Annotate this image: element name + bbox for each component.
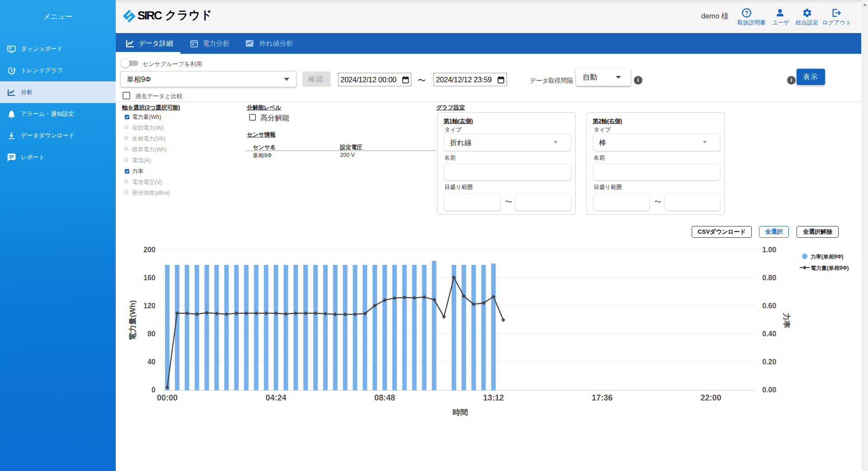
svg-text:電力量(単相9Φ): 電力量(単相9Φ) (811, 265, 849, 271)
svg-text:00:00: 00:00 (157, 393, 178, 402)
svg-text:08:48: 08:48 (374, 393, 395, 402)
svg-text:力率(単相9Φ): 力率(単相9Φ) (810, 254, 844, 260)
svg-text:160: 160 (143, 274, 156, 282)
svg-text:13:12: 13:12 (483, 393, 504, 402)
svg-text:0: 0 (151, 386, 156, 394)
svg-text:120: 120 (143, 302, 156, 310)
svg-text:?: ? (745, 9, 749, 16)
svg-text:力率: 力率 (782, 312, 791, 328)
svg-text:電力量(Wh): 電力量(Wh) (128, 300, 137, 340)
svg-text:80: 80 (147, 330, 156, 338)
svg-text:0.60: 0.60 (762, 302, 776, 310)
svg-text:0.20: 0.20 (762, 358, 776, 366)
svg-text:40: 40 (147, 358, 156, 366)
svg-text:時間: 時間 (453, 408, 468, 417)
svg-text:0.80: 0.80 (762, 274, 776, 282)
svg-text:17:36: 17:36 (592, 393, 613, 402)
svg-text:22:00: 22:00 (700, 393, 721, 402)
svg-text:0.40: 0.40 (762, 330, 776, 338)
svg-text:04:24: 04:24 (265, 393, 286, 402)
svg-text:0.00: 0.00 (762, 386, 776, 394)
svg-text:1.00: 1.00 (762, 246, 776, 254)
svg-text:200: 200 (143, 246, 156, 254)
